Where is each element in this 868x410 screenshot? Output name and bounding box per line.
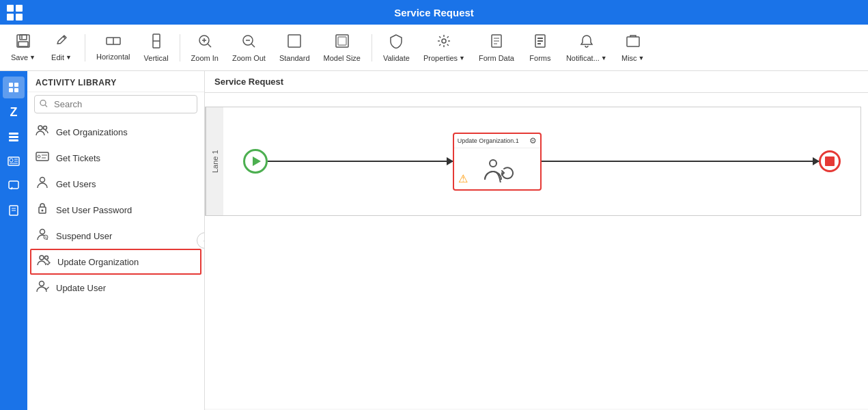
svg-point-52 bbox=[40, 178, 45, 182]
lane-label: Lane 1 bbox=[206, 107, 223, 215]
search-icon bbox=[40, 99, 48, 109]
nav-home-icon[interactable] bbox=[3, 77, 25, 98]
model-size-button[interactable]: Model Size bbox=[318, 31, 366, 65]
svg-rect-36 bbox=[10, 159, 13, 162]
nav-book-icon[interactable] bbox=[3, 200, 25, 221]
edit-button[interactable]: Edit ▼ bbox=[44, 31, 79, 64]
list-item-update-user[interactable]: Update User bbox=[27, 275, 204, 301]
svg-rect-28 bbox=[9, 83, 13, 87]
zoom-out-button[interactable]: Zoom Out bbox=[227, 31, 271, 65]
notifications-button[interactable]: Notificat... ▼ bbox=[561, 31, 613, 65]
save-icon bbox=[16, 34, 31, 51]
get-users-icon bbox=[36, 176, 49, 191]
toolbar-divider-1 bbox=[85, 34, 85, 62]
flow-arrow-2 bbox=[542, 161, 819, 162]
set-user-password-icon bbox=[36, 202, 49, 217]
toolbar-divider-2 bbox=[180, 34, 180, 62]
nav-zendesk-icon[interactable]: Z bbox=[3, 101, 25, 123]
get-organizations-icon bbox=[36, 124, 49, 139]
svg-rect-25 bbox=[537, 40, 543, 42]
horizontal-label: Horizontal bbox=[96, 53, 130, 61]
svg-line-13 bbox=[251, 44, 255, 47]
svg-point-60 bbox=[40, 282, 44, 286]
svg-rect-31 bbox=[14, 88, 18, 92]
list-item-get-tickets[interactable]: Get Tickets bbox=[27, 145, 204, 171]
form-data-label: Form Data bbox=[479, 54, 514, 62]
activity-settings-icon[interactable]: ⚙ bbox=[529, 136, 537, 146]
save-button[interactable]: Save ▼ bbox=[5, 31, 41, 64]
svg-point-18 bbox=[442, 39, 446, 43]
svg-point-47 bbox=[44, 126, 47, 130]
zoom-in-button[interactable]: Zoom In bbox=[186, 31, 224, 65]
update-organization-label: Update Organization bbox=[57, 257, 139, 267]
list-item-update-organization[interactable]: Update Organization bbox=[30, 249, 201, 275]
forms-label: Forms bbox=[529, 54, 550, 62]
list-item-set-user-password[interactable]: Set User Password bbox=[27, 197, 204, 223]
canvas-content[interactable]: Lane 1 Update Organization.1 ⚙ ⚠ bbox=[205, 93, 868, 409]
nav-id-icon[interactable] bbox=[3, 150, 25, 172]
misc-icon bbox=[626, 33, 641, 52]
properties-arrow: ▼ bbox=[459, 55, 465, 62]
activity-node[interactable]: Update Organization.1 ⚙ ⚠ bbox=[453, 133, 542, 191]
svg-line-45 bbox=[45, 105, 47, 107]
stop-icon bbox=[825, 156, 835, 166]
svg-rect-34 bbox=[9, 139, 18, 141]
flow-arrow-1 bbox=[268, 161, 453, 162]
forms-icon bbox=[533, 33, 548, 52]
properties-label: Properties bbox=[423, 54, 458, 62]
flow-container: Update Organization.1 ⚙ ⚠ bbox=[223, 107, 861, 216]
notifications-arrow: ▼ bbox=[601, 55, 607, 62]
zoom-out-icon bbox=[241, 33, 256, 52]
svg-rect-1 bbox=[20, 35, 27, 40]
svg-rect-17 bbox=[338, 37, 346, 45]
notifications-label: Notificat... bbox=[566, 54, 600, 62]
standard-button[interactable]: Standard bbox=[274, 31, 316, 65]
zoom-in-icon bbox=[197, 33, 212, 52]
save-arrow: ▼ bbox=[29, 54, 36, 61]
model-size-label: Model Size bbox=[324, 54, 361, 62]
misc-arrow: ▼ bbox=[639, 55, 645, 62]
list-item-suspend-user[interactable]: Suspend User bbox=[27, 223, 204, 249]
activity-body-icon bbox=[481, 155, 514, 182]
set-user-password-label: Set User Password bbox=[56, 205, 132, 215]
form-data-button[interactable]: Form Data bbox=[473, 31, 520, 65]
activity-node-header: Update Organization.1 ⚙ bbox=[454, 134, 540, 148]
header-title: Service Request bbox=[394, 7, 474, 18]
svg-point-49 bbox=[38, 155, 40, 158]
edit-icon bbox=[55, 34, 68, 51]
misc-label: Misc bbox=[621, 54, 637, 62]
horizontal-button[interactable]: Horizontal bbox=[91, 32, 136, 64]
forms-button[interactable]: Forms bbox=[522, 31, 558, 65]
zoom-out-label: Zoom Out bbox=[232, 54, 266, 62]
list-item-get-users[interactable]: Get Users bbox=[27, 171, 204, 197]
search-input[interactable] bbox=[34, 95, 197, 113]
notifications-icon bbox=[579, 33, 594, 52]
svg-point-44 bbox=[40, 100, 46, 105]
svg-rect-2 bbox=[18, 42, 28, 46]
warning-icon: ⚠ bbox=[458, 172, 468, 185]
update-user-icon bbox=[36, 280, 49, 295]
misc-button[interactable]: Misc ▼ bbox=[615, 31, 651, 65]
properties-button[interactable]: Properties ▼ bbox=[418, 31, 471, 65]
app-grid-icon[interactable] bbox=[7, 5, 23, 20]
save-label: Save bbox=[11, 53, 28, 62]
form-data-icon bbox=[489, 33, 504, 52]
get-users-label: Get Users bbox=[56, 179, 96, 189]
search-box bbox=[34, 95, 197, 113]
svg-rect-32 bbox=[9, 133, 18, 135]
list-item-get-organizations[interactable]: Get Organizations bbox=[27, 119, 204, 145]
svg-point-58 bbox=[40, 256, 44, 260]
activity-library-panel: Activity Library Get Organizations Get bbox=[27, 71, 205, 410]
validate-button[interactable]: Validate bbox=[378, 31, 415, 65]
nav-strip: Z bbox=[0, 71, 27, 410]
main-content: Z Activity Library bbox=[0, 71, 868, 410]
svg-point-54 bbox=[42, 210, 44, 212]
validate-icon bbox=[389, 33, 404, 52]
svg-point-59 bbox=[45, 256, 48, 260]
validate-label: Validate bbox=[383, 54, 410, 62]
nav-chat-icon[interactable] bbox=[3, 175, 25, 197]
nav-list-icon[interactable] bbox=[3, 126, 25, 148]
vertical-button[interactable]: Vertical bbox=[139, 31, 174, 65]
svg-rect-15 bbox=[288, 35, 300, 47]
svg-rect-40 bbox=[9, 181, 18, 189]
